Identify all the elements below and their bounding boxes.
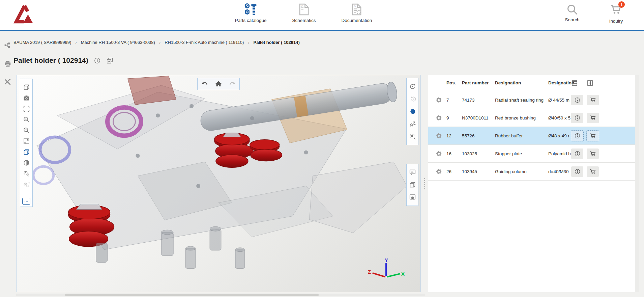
ellipsis-icon [24, 198, 29, 204]
inquiry-count-badge: 1 [618, 1, 625, 8]
info-icon [574, 115, 581, 121]
row-add-to-cart-button[interactable] [587, 113, 599, 123]
viewer-horizontal-scrollbar[interactable] [16, 294, 425, 296]
visibility-icon[interactable] [23, 159, 30, 166]
cell-part-number: 103945 [462, 169, 495, 174]
cell-designation-2: Ø40/50 x 5 [548, 115, 570, 120]
table-layout-icon[interactable] [571, 80, 578, 86]
page-title: Pallet holder ( 102914) [13, 56, 88, 64]
axis-x-label: X [401, 271, 405, 277]
area-select-icon[interactable] [409, 133, 416, 140]
view-cube-icon[interactable] [23, 84, 30, 91]
viewer-toolbar-top [197, 78, 240, 90]
parts-catalogue-icon [244, 3, 258, 16]
info-icon [574, 133, 581, 139]
breadcrumb-item[interactable]: Machine RH 1500-3 VA ( 94663-0038) [81, 40, 155, 45]
annotation-icon[interactable] [409, 169, 416, 176]
table-header-row: Pos. Part number Designation Designation [428, 75, 639, 91]
breadcrumb-separator: › [158, 40, 161, 45]
rotate-cw-icon[interactable] [409, 83, 416, 90]
row-gear-icon[interactable] [436, 97, 442, 103]
row-add-to-cart-button[interactable] [587, 148, 599, 159]
row-info-button[interactable] [571, 95, 583, 105]
info-icon [574, 151, 581, 157]
documentation-icon [350, 3, 363, 16]
inquiry-button[interactable]: 1 Inquiry [601, 3, 631, 24]
parts-filter-icon[interactable] [23, 170, 30, 177]
cad-model-canvas[interactable] [17, 75, 420, 292]
main-nav: Parts catalogue Schematics Documentation [235, 3, 372, 23]
info-icon[interactable] [94, 57, 101, 64]
explode-parts-icon[interactable] [409, 120, 416, 128]
structure-tree-icon[interactable] [4, 42, 11, 49]
cell-pos: 26 [446, 169, 462, 174]
model-cube-icon[interactable] [409, 181, 416, 188]
row-gear-icon[interactable] [436, 115, 442, 121]
table-row[interactable]: 26 103945 Guiding column d=40/M30 [428, 163, 639, 181]
table-row-selected[interactable]: 12 55726 Rubber buffer Ø48 x 49 r [428, 127, 639, 145]
row-info-button[interactable] [571, 148, 583, 159]
nav-parts-catalogue[interactable]: Parts catalogue [235, 3, 267, 23]
zoom-in-icon[interactable] [23, 116, 30, 123]
screenshot-icon[interactable] [23, 94, 30, 102]
copy-check-icon[interactable] [106, 57, 113, 64]
search-button[interactable]: Search [557, 3, 587, 24]
breadcrumb-separator: › [75, 40, 77, 45]
collapse-panel-icon[interactable] [587, 80, 593, 86]
row-add-to-cart-button[interactable] [587, 95, 599, 105]
transparent-view-icon[interactable] [23, 148, 30, 156]
cell-designation-2: Polyamid b [548, 151, 570, 156]
main-content: Y Z X Pos. Part number Designation Desig… [16, 75, 639, 297]
row-info-button[interactable] [571, 166, 583, 177]
breadcrumb: BAUMA 2019 ( SAR9999999) › Machine RH 15… [0, 31, 644, 46]
pan-hand-icon[interactable] [409, 108, 416, 115]
row-add-to-cart-button[interactable] [587, 166, 599, 177]
row-info-button[interactable] [571, 131, 583, 141]
breadcrumb-separator: › [247, 40, 250, 45]
resize-icon[interactable] [23, 138, 30, 145]
tools-icon[interactable] [4, 78, 11, 86]
viewer-toolbar-right-2 [406, 164, 418, 206]
row-gear-icon[interactable] [436, 168, 442, 175]
more-tools-button[interactable] [22, 198, 30, 205]
nav-label: Schematics [292, 18, 316, 23]
rotate-ccw-icon [409, 96, 416, 103]
row-gear-icon[interactable] [436, 133, 442, 139]
breadcrumb-item[interactable]: RH1500-3 F-mix Auto machine ( 119110) [165, 40, 244, 45]
parts-table-panel: Pos. Part number Designation Designation… [428, 75, 639, 292]
cart-icon [590, 97, 596, 103]
table-row[interactable]: 7 74173 Radial shaft sealing ring Ø 44/5… [428, 91, 639, 109]
row-add-to-cart-button[interactable] [587, 131, 599, 141]
header-tools: Search 1 Inquiry [557, 3, 631, 24]
cell-designation: Rubber buffer [495, 133, 548, 138]
cart-icon [590, 115, 596, 121]
row-gear-icon[interactable] [436, 151, 442, 157]
zoom-out-icon[interactable] [23, 127, 30, 134]
cell-pos: 7 [446, 98, 462, 103]
schematics-icon [297, 3, 311, 16]
cart-icon [590, 151, 596, 157]
brand-logo-icon[interactable] [13, 3, 37, 27]
splitter-drag-handle[interactable] [423, 177, 426, 191]
table-row[interactable]: 9 N3700D1011 Red bronze bushing Ø40/50 x… [428, 109, 639, 127]
table-scrollbar[interactable] [635, 75, 639, 292]
fit-view-icon[interactable] [23, 105, 30, 112]
breadcrumb-item[interactable]: BAUMA 2019 ( SAR9999999) [13, 40, 71, 45]
cell-designation-2: Ø48 x 49 r [548, 133, 570, 138]
nav-schematics[interactable]: Schematics [289, 3, 319, 23]
panel-splitter [421, 75, 428, 292]
cell-designation: Stopper plate [495, 151, 548, 156]
print-icon[interactable] [4, 60, 11, 68]
viewer-toolbar-left [20, 79, 33, 207]
axis-z-label: Z [368, 269, 371, 275]
cell-part-number: 74173 [462, 98, 495, 103]
scrollbar-thumb[interactable] [65, 294, 318, 296]
cart-icon [590, 133, 596, 139]
row-info-button[interactable] [571, 113, 583, 123]
nav-documentation[interactable]: Documentation [342, 3, 372, 23]
home-view-icon[interactable] [214, 80, 223, 88]
undo-icon[interactable] [201, 80, 209, 88]
search-icon [566, 3, 578, 16]
print-view-icon[interactable] [409, 194, 416, 201]
table-row[interactable]: 16 103025 Stopper plate Polyamid b [428, 145, 639, 163]
